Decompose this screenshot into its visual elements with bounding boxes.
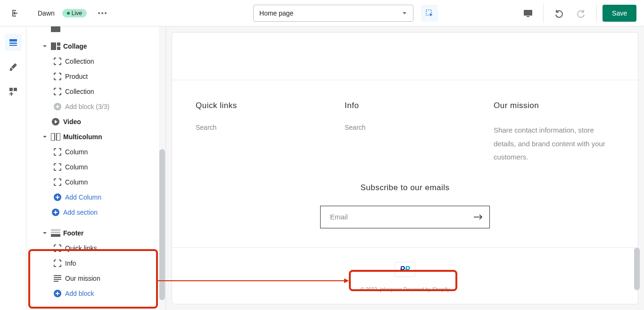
desktop-icon (523, 9, 533, 17)
tree-item-collage-child-2[interactable]: Collection (26, 84, 165, 99)
redo-icon (577, 8, 586, 18)
footer-link[interactable]: Search (345, 124, 465, 131)
tree-label: Collection (65, 88, 94, 95)
viewport-button[interactable] (519, 4, 537, 23)
tree-item-footer-child-0[interactable]: Quick links (26, 241, 165, 256)
footer-icon (51, 228, 60, 238)
paypal-badge: PP (395, 262, 415, 277)
paintbrush-icon (8, 62, 18, 72)
section-icon (51, 26, 60, 34)
email-submit-button[interactable] (467, 206, 489, 228)
plus-circle-icon (53, 193, 62, 202)
footer-link[interactable]: Search (196, 124, 316, 131)
inspector-button[interactable] (421, 5, 438, 22)
page-selector-label: Home page (259, 9, 293, 17)
tree-label: Add block (3/3) (65, 103, 109, 110)
tree-item-footer-add[interactable]: Add block (26, 286, 165, 301)
exit-button[interactable] (8, 6, 23, 21)
canvas-scrollbar[interactable] (636, 32, 642, 304)
rail-apps-button[interactable] (5, 83, 22, 100)
tree-item-multicolumn[interactable]: Multicolumn (26, 129, 165, 144)
paypal-icon: P (405, 265, 410, 273)
undo-icon (554, 8, 563, 18)
caret-down-icon[interactable] (41, 134, 48, 140)
tree-label: Column (65, 163, 88, 171)
tree-item-video[interactable]: Video (26, 114, 165, 129)
svg-rect-4 (9, 42, 17, 44)
footer-heading: Our mission (494, 101, 614, 110)
collage-icon (51, 42, 60, 51)
caret-down-icon[interactable] (41, 43, 48, 50)
rail-sections-button[interactable] (5, 34, 22, 51)
block-icon (53, 259, 62, 268)
tree-item-multicolumn-add[interactable]: Add Column (26, 190, 165, 205)
block-icon (53, 87, 62, 96)
top-bar: Dawn Live ••• Home page Save (0, 0, 644, 26)
undo-button[interactable] (549, 4, 568, 23)
scrollbar-thumb[interactable] (159, 149, 165, 300)
svg-rect-19 (51, 232, 60, 233)
more-button[interactable]: ••• (94, 8, 112, 19)
apps-icon (8, 87, 18, 96)
tree-item-collage[interactable]: Collage (26, 39, 165, 54)
inspector-icon (425, 8, 434, 18)
block-icon (53, 57, 62, 66)
tree-label: Add Column (65, 193, 101, 201)
preview-footer-columns: Quick links Search Info Search Our missi… (172, 80, 638, 183)
play-circle-icon (51, 117, 60, 126)
svg-rect-3 (9, 39, 17, 42)
tree-item-footer-child-2[interactable]: Our mission (26, 271, 165, 286)
icon-rail (0, 26, 26, 310)
tree-item-add-section[interactable]: Add section (26, 205, 165, 220)
save-button[interactable]: Save (603, 5, 636, 22)
copyright-text: © 2022, jnlaspace Powered by Shopify (172, 286, 638, 292)
tree-label: Quick links (65, 244, 97, 252)
tree-item-multicolumn-child-0[interactable]: Column (26, 144, 165, 159)
tree-item-collage-child-1[interactable]: Product (26, 69, 165, 84)
svg-rect-14 (51, 133, 55, 141)
block-icon (53, 162, 62, 172)
svg-rect-7 (14, 88, 17, 91)
svg-rect-18 (51, 229, 60, 231)
subscribe-section: Subscribe to our emails Email (172, 183, 638, 247)
plus-circle-icon (53, 289, 62, 298)
preview-footer-bottom: PP © 2022, jnlaspace Powered by Shopify (172, 247, 638, 302)
tree-item-collage-child-0[interactable]: Collection (26, 54, 165, 69)
footer-text: Share contact information, store details… (494, 124, 614, 164)
paypal-icon: P (400, 265, 405, 273)
svg-rect-10 (57, 42, 60, 46)
svg-rect-11 (57, 47, 60, 50)
page-selector[interactable]: Home page (253, 5, 413, 22)
tree-item-multicolumn-child-1[interactable]: Column (26, 159, 165, 175)
tree-item-footer-child-1[interactable]: Info (26, 256, 165, 271)
plus-circle-icon (53, 102, 62, 111)
status-badge: Live (62, 9, 87, 17)
redo-button[interactable] (572, 4, 591, 23)
preview-canvas: Quick links Search Info Search Our missi… (166, 26, 644, 310)
svg-rect-20 (51, 234, 60, 237)
sidebar-scrollbar[interactable] (159, 26, 165, 310)
section-tree[interactable]: Collage Collection Product Collection Ad… (26, 26, 166, 310)
divider (543, 4, 544, 23)
svg-rect-8 (51, 26, 60, 32)
tree-label: Column (65, 148, 88, 156)
tree-label: Info (65, 260, 76, 267)
tree-item-footer[interactable]: Footer (26, 226, 165, 241)
site-preview[interactable]: Quick links Search Info Search Our missi… (172, 32, 638, 304)
tree-label: Column (65, 178, 88, 186)
email-input[interactable]: Email (321, 206, 467, 228)
tree-label: Our mission (65, 275, 100, 282)
tree-item-prev[interactable] (26, 30, 165, 39)
rail-theme-button[interactable] (5, 59, 22, 75)
tree-item-multicolumn-child-2[interactable]: Column (26, 175, 165, 190)
footer-column-2: Info Search (345, 101, 465, 164)
tree-label: Collection (65, 58, 94, 65)
footer-heading: Info (345, 101, 465, 110)
scrollbar-thumb[interactable] (634, 248, 640, 290)
email-form: Email (320, 206, 490, 228)
columns-icon (51, 132, 60, 142)
subscribe-title: Subscribe to our emails (172, 183, 638, 193)
caret-down-icon[interactable] (41, 230, 48, 236)
divider (596, 4, 597, 23)
block-icon (53, 72, 62, 81)
